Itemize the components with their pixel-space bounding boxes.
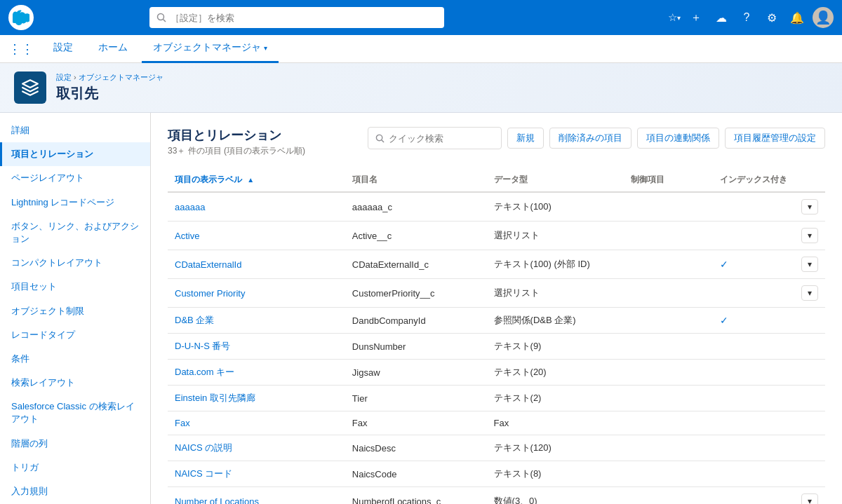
sidebar-item-buttons-links[interactable]: ボタン、リンク、およびアクション — [0, 214, 150, 251]
sidebar-item-search-layout[interactable]: 検索レイアウト — [0, 371, 150, 395]
field-label-link[interactable]: CDataExternalId — [175, 259, 241, 270]
field-label-link[interactable]: D-U-N-S 番号 — [175, 341, 230, 351]
field-indexed — [713, 487, 794, 505]
top-search-box[interactable] — [149, 7, 444, 28]
field-label-link[interactable]: Einstein 取引先隣廊 — [175, 393, 255, 403]
field-label-link[interactable]: Data.com キー — [175, 367, 234, 377]
breadcrumb-settings-link[interactable]: 設定 — [56, 73, 72, 81]
table-header: 項目の表示ラベル ▲ 項目名 データ型 制御項目 インデックス付き — [168, 168, 825, 192]
row-dropdown-button[interactable]: ▾ — [801, 257, 818, 272]
field-name: CustomerPriority__c — [345, 279, 487, 308]
table-row: D-U-N-S 番号DunsNumberテキスト(9) — [168, 334, 825, 360]
sidebar-item-details[interactable]: 詳細 — [0, 118, 150, 142]
table-row: D&B 企業DandbCompanyId参照関係(D&B 企業)✓ — [168, 308, 825, 334]
cloud-icon[interactable]: ☁ — [711, 8, 731, 27]
bell-icon[interactable]: 🔔 — [787, 8, 807, 27]
breadcrumb-links: 設定 › オブジェクトマネージャ — [56, 72, 163, 83]
section-subtitle: 33＋ 件の項目 (項目の表示ラベル順) — [168, 145, 305, 157]
deleted-fields-button[interactable]: 削除済みの項目 — [549, 128, 632, 149]
sidebar-item-record-types[interactable]: レコードタイプ — [0, 323, 150, 347]
sidebar-item-field-set[interactable]: 項目セット — [0, 275, 150, 299]
field-name: NaicsDesc — [345, 435, 487, 461]
field-dependencies-button[interactable]: 項目の連動関係 — [637, 128, 719, 149]
add-button[interactable]: ＋ — [686, 8, 706, 27]
field-label-link[interactable]: Fax — [175, 418, 190, 428]
field-action — [794, 360, 825, 386]
field-type: テキスト(100) (外部 ID) — [487, 250, 624, 279]
row-dropdown-button[interactable]: ▾ — [801, 199, 818, 214]
quick-search-input[interactable] — [389, 133, 494, 144]
salesforce-logo[interactable] — [8, 5, 34, 30]
field-label-link[interactable]: NAICS コード — [175, 468, 232, 479]
table-row: CDataExternalIdCDataExternalId_cテキスト(100… — [168, 250, 825, 279]
field-name: aaaaaa_c — [345, 192, 487, 222]
field-label-link[interactable]: Number of Locations — [175, 496, 259, 505]
field-name: DunsNumber — [345, 334, 487, 360]
field-action — [794, 386, 825, 411]
field-ctrl — [624, 308, 713, 334]
field-name: DandbCompanyId — [345, 308, 487, 334]
field-action: ▾ — [794, 250, 825, 279]
sidebar-item-conditions[interactable]: 条件 — [0, 347, 150, 371]
field-label-link[interactable]: Customer Priority — [175, 288, 245, 299]
col-header-label[interactable]: 項目の表示ラベル ▲ — [168, 168, 345, 192]
sidebar-item-page-layout[interactable]: ページレイアウト — [0, 166, 150, 190]
sidebar-item-hierarchy-col[interactable]: 階層の列 — [0, 432, 150, 456]
user-avatar[interactable]: 👤 — [813, 7, 834, 28]
content-area: 項目とリレーション 33＋ 件の項目 (項目の表示ラベル順) 新規 削除済みの項… — [151, 113, 842, 504]
sidebar-item-trigger[interactable]: トリガ — [0, 456, 150, 479]
page-title: 取引先 — [56, 84, 163, 103]
field-action — [794, 308, 825, 334]
field-label-link[interactable]: D&B 企業 — [175, 315, 214, 325]
section-title: 項目とリレーション — [168, 127, 305, 144]
field-name: NumberofLocations_c — [345, 487, 487, 505]
row-dropdown-button[interactable]: ▾ — [801, 228, 818, 243]
sidebar-item-lightning-record[interactable]: Lightning レコードページ — [0, 191, 150, 214]
sort-arrow-icon: ▲ — [247, 176, 254, 184]
favorites-button[interactable]: ☆ ▾ — [668, 11, 681, 24]
tab-settings[interactable]: 設定 — [42, 35, 84, 63]
sidebar-item-compact-layout[interactable]: コンパクトレイアウト — [0, 251, 150, 275]
app-switcher-icon[interactable]: ⋮⋮ — [8, 41, 34, 57]
top-nav: ☆ ▾ ＋ ☁ ? ⚙ 🔔 👤 — [0, 0, 842, 35]
field-label-link[interactable]: Active — [175, 231, 199, 241]
tab-object-manager[interactable]: オブジェクトマネージャ ▾ — [142, 35, 279, 63]
table-row: ActiveActive__c選択リスト▾ — [168, 222, 825, 250]
table-row: Data.com キーJigsawテキスト(20) — [168, 360, 825, 386]
sidebar-item-sf-classic-search[interactable]: Salesforce Classic の検索レイアウト — [0, 395, 150, 431]
field-ctrl — [624, 386, 713, 411]
object-icon — [14, 71, 46, 104]
svg-point-0 — [158, 14, 164, 20]
row-dropdown-button[interactable]: ▾ — [801, 285, 818, 301]
field-indexed: ✓ — [713, 250, 794, 279]
quick-search-box[interactable] — [368, 127, 502, 149]
field-type: テキスト(20) — [487, 360, 624, 386]
help-icon[interactable]: ? — [737, 8, 756, 27]
field-label-link[interactable]: NAICS の説明 — [175, 442, 232, 453]
top-search-input[interactable] — [171, 13, 437, 23]
field-history-button[interactable]: 項目履歴管理の設定 — [725, 128, 825, 149]
table-row: NAICS の説明NaicsDescテキスト(120) — [168, 435, 825, 461]
field-indexed — [713, 279, 794, 308]
field-action: ▾ — [794, 192, 825, 222]
field-label-link[interactable]: aaaaaa — [175, 202, 205, 212]
field-indexed — [713, 334, 794, 360]
sidebar-item-object-limits[interactable]: オブジェクト制限 — [0, 299, 150, 323]
row-dropdown-button[interactable]: ▾ — [801, 493, 818, 504]
breadcrumb-object-manager-link[interactable]: オブジェクトマネージャ — [79, 73, 163, 81]
sidebar-item-fields-relations[interactable]: 項目とリレーション — [0, 142, 150, 166]
field-indexed — [713, 386, 794, 411]
new-button[interactable]: 新規 — [507, 128, 544, 149]
settings-icon[interactable]: ⚙ — [762, 8, 782, 27]
field-type: テキスト(100) — [487, 192, 624, 222]
sidebar-item-validation-rule[interactable]: 入力規則 — [0, 479, 150, 503]
col-header-indexed: インデックス付き — [713, 168, 794, 192]
sidebar: 詳細 項目とリレーション ページレイアウト Lightning レコードページ … — [0, 113, 151, 504]
section-actions: 新規 削除済みの項目 項目の連動関係 項目履歴管理の設定 — [368, 127, 825, 149]
field-indexed — [713, 192, 794, 222]
tab-home[interactable]: ホーム — [87, 35, 139, 63]
field-indexed — [713, 461, 794, 487]
layers-icon — [21, 79, 39, 97]
field-ctrl — [624, 222, 713, 250]
field-ctrl — [624, 487, 713, 505]
